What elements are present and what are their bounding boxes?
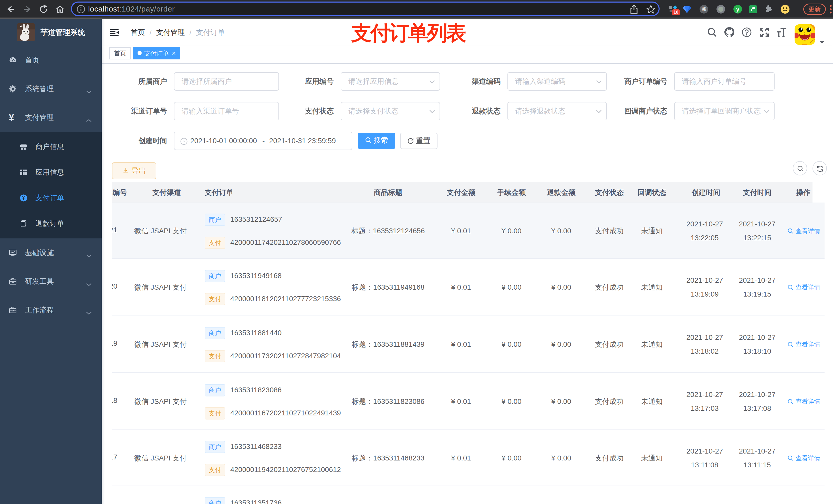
svg-text:y: y <box>736 6 739 13</box>
svg-text:⌘: ⌘ <box>701 6 707 12</box>
